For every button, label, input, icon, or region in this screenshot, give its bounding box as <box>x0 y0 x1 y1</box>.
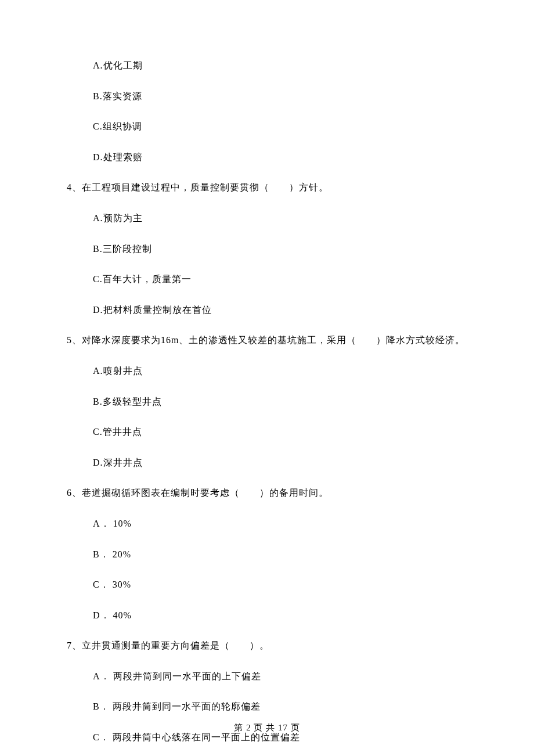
option-text: D.把材料质量控制放在首位 <box>93 303 467 318</box>
option-text: A.喷射井点 <box>93 363 467 379</box>
question-6-stem: 6、巷道掘砌循环图表在编制时要考虑（ ）的备用时间。 <box>67 485 467 501</box>
question-5-stem: 5、对降水深度要求为16m、土的渗透性又较差的基坑施工，采用（ ）降水方式较经济… <box>67 333 467 348</box>
option-text: B． 两段井筒到同一水平面的轮廓偏差 <box>93 699 467 714</box>
option-text: B.三阶段控制 <box>93 242 467 257</box>
question-7-stem: 7、立井贯通测量的重要方向偏差是（ ）。 <box>67 638 467 653</box>
document-page: A.优化工期 B.落实资源 C.组织协调 D.处理索赔 4、在工程项目建设过程中… <box>0 0 534 756</box>
option-text: C． 30% <box>93 577 467 592</box>
option-text: C.组织协调 <box>93 119 467 134</box>
option-text: B.落实资源 <box>93 89 467 104</box>
option-text: A． 两段井筒到同一水平面的上下偏差 <box>93 669 467 684</box>
option-text: D.深井井点 <box>93 455 467 470</box>
option-text: A． 10% <box>93 516 467 531</box>
option-text: C.百年大计，质量第一 <box>93 272 467 287</box>
option-text: A.优化工期 <box>93 58 467 73</box>
option-text: D.处理索赔 <box>93 150 467 165</box>
option-text: B.多级轻型井点 <box>93 394 467 409</box>
page-footer: 第 2 页 共 17 页 <box>0 722 534 733</box>
question-4-stem: 4、在工程项目建设过程中，质量控制要贯彻（ ）方针。 <box>67 180 467 195</box>
option-text: D． 40% <box>93 608 467 623</box>
option-text: A.预防为主 <box>93 211 467 226</box>
option-text: B． 20% <box>93 547 467 562</box>
option-text: C.管井井点 <box>93 424 467 440</box>
